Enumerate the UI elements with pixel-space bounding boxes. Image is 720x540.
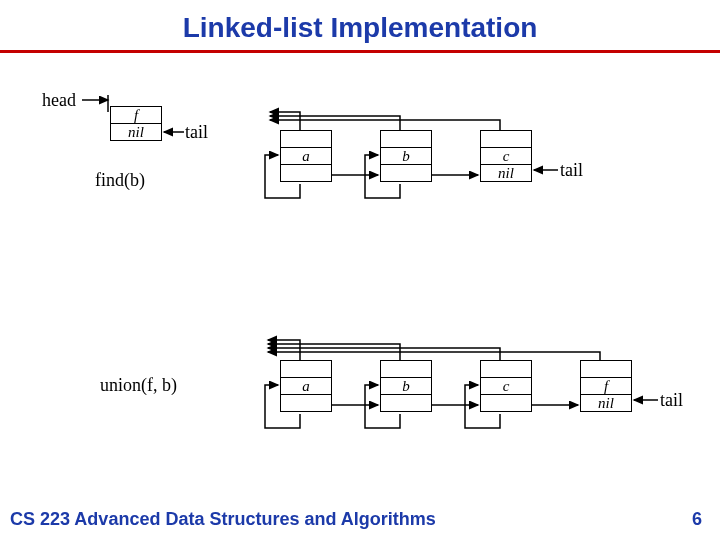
row1-c-bot: nil: [481, 165, 531, 181]
row2-b-bot: [381, 395, 431, 411]
row1-a-bot: [281, 165, 331, 181]
row2-c-mid: c: [481, 378, 531, 395]
row1-node-c: c nil: [480, 130, 532, 182]
row2-a-top: [281, 361, 331, 378]
row2-node-a: a: [280, 360, 332, 412]
row2-b-mid: b: [381, 378, 431, 395]
row2-node-c: c: [480, 360, 532, 412]
union-label: union(f, b): [100, 375, 177, 396]
title-rule: [0, 50, 720, 53]
row2-c-bot: [481, 395, 531, 411]
row2-node-b: b: [380, 360, 432, 412]
row2-a-bot: [281, 395, 331, 411]
row1-b-bot: [381, 165, 431, 181]
tail-label-2: tail: [560, 160, 583, 181]
row1-a-top: [281, 131, 331, 148]
footer-page-number: 6: [692, 509, 702, 530]
tail-label-1: tail: [185, 122, 208, 143]
page-title: Linked-list Implementation: [0, 0, 720, 44]
row1-c-mid: c: [481, 148, 531, 165]
arrows-overlay: [0, 0, 720, 540]
row2-c-top: [481, 361, 531, 378]
head-bottom-cell: nil: [111, 124, 161, 140]
head-label: head: [42, 90, 76, 111]
footer-course: CS 223 Advanced Data Structures and Algo…: [10, 509, 436, 530]
row1-node-b: b: [380, 130, 432, 182]
row1-b-top: [381, 131, 431, 148]
row2-b-top: [381, 361, 431, 378]
row1-a-mid: a: [281, 148, 331, 165]
row1-c-top: [481, 131, 531, 148]
row2-node-f: f nil: [580, 360, 632, 412]
row2-f-top: [581, 361, 631, 378]
row1-node-a: a: [280, 130, 332, 182]
row2-f-bot: nil: [581, 395, 631, 411]
head-top-cell: f: [111, 107, 161, 124]
row2-a-mid: a: [281, 378, 331, 395]
tail-label-3: tail: [660, 390, 683, 411]
row2-f-mid: f: [581, 378, 631, 395]
find-b-label: find(b): [95, 170, 145, 191]
set-head-node: f nil: [110, 106, 162, 141]
row1-b-mid: b: [381, 148, 431, 165]
